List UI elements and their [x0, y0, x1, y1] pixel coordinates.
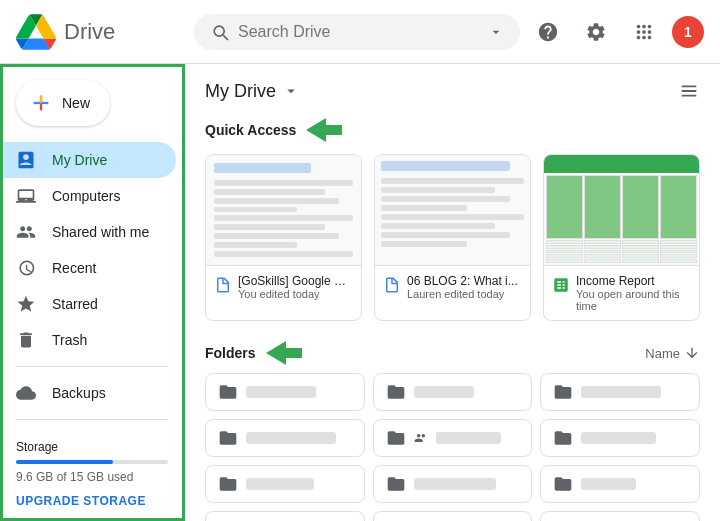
folders-grid: ​ ​ ​ ​ ​ ​	[185, 373, 720, 521]
search-bar[interactable]	[194, 14, 520, 50]
sidebar-item-my-drive[interactable]: My Drive	[0, 142, 176, 178]
svg-marker-5	[266, 341, 302, 365]
sidebar-item-shared[interactable]: Shared with me	[0, 214, 176, 250]
folder-name-1: ​	[414, 386, 474, 398]
sidebar-item-starred[interactable]: Starred	[0, 286, 176, 322]
folder-icon-5	[553, 428, 573, 448]
folder-item-1[interactable]: ​	[373, 373, 533, 411]
folder-item-10[interactable]: ​	[373, 511, 533, 521]
app-header: Drive 1	[0, 0, 720, 64]
folder-item-6[interactable]: ​	[205, 465, 365, 503]
quick-access-card-0[interactable]: [GoSkills] Google Drive R... You edited …	[205, 154, 362, 321]
main-layout: New My Drive Computers Shared with me	[0, 64, 720, 521]
logo-area: Drive	[16, 12, 186, 52]
folder-name-6: ​	[246, 478, 314, 490]
folder-item-11[interactable]: ​	[540, 511, 700, 521]
new-button[interactable]: New	[16, 80, 110, 126]
folder-item-4[interactable]: ​	[373, 419, 533, 457]
sidebar-item-recent-label: Recent	[52, 260, 96, 276]
header-actions: 1	[528, 12, 704, 52]
sort-control[interactable]: Name	[645, 345, 700, 361]
card-info-1: 06 BLOG 2: What i... Lauren edited today	[375, 265, 530, 308]
drive-title: My Drive	[205, 81, 300, 102]
card-sub-1: Lauren edited today	[407, 288, 522, 300]
storage-section: Storage 9.6 GB of 15 GB used UPGRADE STO…	[0, 428, 184, 520]
folder-item-5[interactable]: ​	[540, 419, 700, 457]
search-icon	[210, 22, 230, 42]
folder-icon-0	[218, 382, 238, 402]
sort-label: Name	[645, 346, 680, 361]
doc-icon-0	[214, 276, 232, 294]
card-sub-2: You open around this time	[576, 288, 691, 312]
folder-icon-3	[218, 428, 238, 448]
folder-name-3: ​	[246, 432, 336, 444]
card-name-0: [GoSkills] Google Drive R...	[238, 274, 353, 288]
drive-icon	[16, 150, 36, 170]
recent-icon	[16, 258, 36, 278]
card-name-2: Income Report	[576, 274, 691, 288]
sidebar-item-shared-label: Shared with me	[52, 224, 149, 240]
sidebar-item-computers[interactable]: Computers	[0, 178, 176, 214]
card-thumbnail-2	[544, 155, 699, 265]
sidebar-divider-2	[16, 419, 168, 420]
drive-logo-icon	[16, 12, 56, 52]
quick-access-arrow	[306, 118, 342, 142]
user-avatar[interactable]: 1	[672, 16, 704, 48]
folder-item-2[interactable]: ​	[540, 373, 700, 411]
card-name-1: 06 BLOG 2: What i...	[407, 274, 522, 288]
upgrade-storage-button[interactable]: UPGRADE STORAGE	[16, 494, 146, 508]
sidebar: New My Drive Computers Shared with me	[0, 64, 185, 521]
quick-access-section-title: Quick Access	[185, 110, 720, 150]
storage-label: Storage	[16, 440, 168, 454]
folder-icon-6	[218, 474, 238, 494]
folder-item-3[interactable]: ​	[205, 419, 365, 457]
main-content: My Drive Quick Access	[185, 64, 720, 521]
folder-name-2: ​	[581, 386, 661, 398]
sheet-icon-2	[552, 276, 570, 294]
app-title: Drive	[64, 19, 115, 45]
folders-label-text: Folders	[205, 345, 256, 361]
sidebar-item-my-drive-label: My Drive	[52, 152, 107, 168]
list-view-icon[interactable]	[678, 80, 700, 102]
settings-button[interactable]	[576, 12, 616, 52]
apps-button[interactable]	[624, 12, 664, 52]
drive-title-text: My Drive	[205, 81, 276, 102]
quick-access-card-2[interactable]: Income Report You open around this time	[543, 154, 700, 321]
trash-icon	[16, 330, 36, 350]
search-dropdown-icon	[488, 24, 504, 40]
star-icon	[16, 294, 36, 314]
card-thumbnail-1	[375, 155, 530, 265]
quick-access-label: Quick Access	[205, 122, 296, 138]
folder-name-4: ​	[436, 432, 501, 444]
folder-name-5: ​	[581, 432, 656, 444]
storage-bar-fill	[16, 460, 113, 464]
folder-icon-8	[553, 474, 573, 494]
folder-item-0[interactable]: ​	[205, 373, 365, 411]
folders-arrow	[266, 341, 302, 365]
card-info-2: Income Report You open around this time	[544, 265, 699, 320]
folder-name-0: ​	[246, 386, 316, 398]
sidebar-item-trash-label: Trash	[52, 332, 87, 348]
computer-icon	[16, 186, 36, 206]
drive-dropdown-icon[interactable]	[282, 82, 300, 100]
folder-item-9[interactable]: ​	[205, 511, 365, 521]
sort-icon	[684, 345, 700, 361]
svg-marker-4	[306, 118, 342, 142]
card-info-0: [GoSkills] Google Drive R... You edited …	[206, 265, 361, 308]
folder-icon-7	[386, 474, 406, 494]
folder-item-8[interactable]: ​	[540, 465, 700, 503]
sidebar-item-backups-label: Backups	[52, 385, 106, 401]
new-button-label: New	[62, 95, 90, 111]
sidebar-item-recent[interactable]: Recent	[0, 250, 176, 286]
sidebar-item-backups[interactable]: Backups	[0, 375, 176, 411]
folder-item-7[interactable]: ​	[373, 465, 533, 503]
sidebar-divider	[16, 366, 168, 367]
folder-name-8: ​	[581, 478, 636, 490]
content-header: My Drive	[185, 64, 720, 110]
quick-access-card-1[interactable]: 06 BLOG 2: What i... Lauren edited today	[374, 154, 531, 321]
shared-icon	[16, 222, 36, 242]
help-button[interactable]	[528, 12, 568, 52]
folders-section-header: Folders Name	[185, 337, 720, 373]
search-input[interactable]	[238, 23, 480, 41]
sidebar-item-trash[interactable]: Trash	[0, 322, 176, 358]
